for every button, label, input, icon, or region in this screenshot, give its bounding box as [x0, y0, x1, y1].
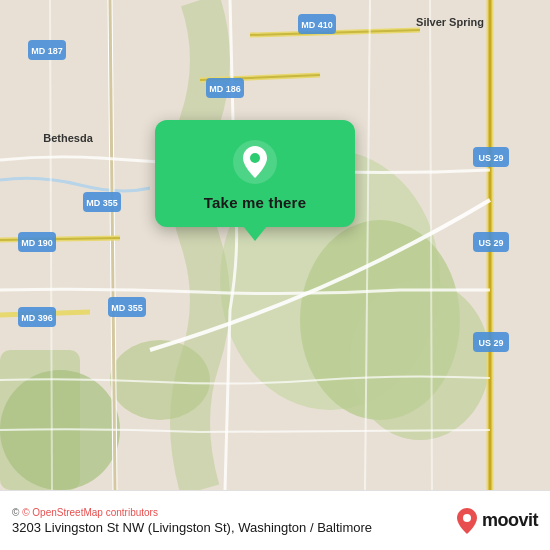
address-text: 3203 Livingston St NW (Livingston St), W… [12, 520, 372, 535]
popup-card[interactable]: Take me there [155, 120, 355, 227]
svg-text:Bethesda: Bethesda [43, 132, 93, 144]
footer-bar: © © OpenStreetMap contributors 3203 Livi… [0, 490, 550, 550]
svg-text:MD 186: MD 186 [209, 84, 241, 94]
svg-text:US 29: US 29 [478, 238, 503, 248]
svg-text:MD 187: MD 187 [31, 46, 63, 56]
location-pin-icon [233, 140, 277, 184]
moovit-pin-icon [456, 508, 478, 534]
svg-point-3 [350, 280, 490, 440]
svg-text:Silver Spring: Silver Spring [416, 16, 484, 28]
map-container: MD 187 MD 410 MD 186 MD 355 MD 190 MD 39… [0, 0, 550, 490]
svg-text:MD 355: MD 355 [111, 303, 143, 313]
copyright-symbol: © [12, 507, 22, 518]
osm-attribution: © © OpenStreetMap contributors [12, 507, 372, 518]
map-background: MD 187 MD 410 MD 186 MD 355 MD 190 MD 39… [0, 0, 550, 490]
svg-text:MD 410: MD 410 [301, 20, 333, 30]
svg-text:MD 190: MD 190 [21, 238, 53, 248]
moovit-wordmark: moovit [482, 510, 538, 531]
take-me-there-button[interactable]: Take me there [204, 194, 306, 211]
osm-link[interactable]: © OpenStreetMap contributors [22, 507, 158, 518]
moovit-logo: moovit [456, 508, 538, 534]
svg-point-31 [463, 514, 471, 522]
svg-text:US 29: US 29 [478, 153, 503, 163]
svg-text:MD 355: MD 355 [86, 198, 118, 208]
footer-left: © © OpenStreetMap contributors 3203 Livi… [12, 507, 372, 535]
svg-text:MD 396: MD 396 [21, 313, 53, 323]
svg-text:US 29: US 29 [478, 338, 503, 348]
svg-point-30 [250, 153, 260, 163]
